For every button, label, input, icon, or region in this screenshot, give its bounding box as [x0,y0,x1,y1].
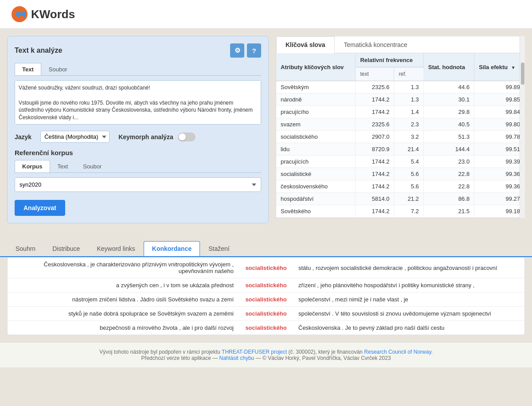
analyze-button[interactable]: Analyzovat [15,200,65,216]
cell-efekt: 99.80 [474,118,524,131]
right-scrollbar[interactable] [520,36,525,218]
footer-link3[interactable]: Nahlásit chybu [219,355,254,361]
concordance-panel: Československa , je charakterizováno pří… [7,257,525,335]
panel-title-buttons: ⚙ ? [230,43,261,58]
cell-ref: 21.4 [394,143,423,156]
conc-right: společenství , mezi nimiž je i naše vlas… [295,296,517,303]
cell-stat: 44.6 [423,81,474,94]
conc-keyword: socialistického [237,296,295,303]
cell-ref: 5.6 [394,180,423,193]
korpus-select[interactable]: syn2020 [15,177,261,192]
cell-stat: 22.8 [423,168,474,180]
keymorph-toggle[interactable] [178,133,196,141]
cell-word: lidu [276,143,356,156]
conc-right: Československa . Je to pevný základ pro … [295,324,517,331]
tab-distribuce[interactable]: Distribuce [44,241,88,256]
tab-soubor[interactable]: Soubor [41,63,75,75]
cell-ref: 3.2 [394,131,423,143]
result-table: Atributy klíčových slov Relativní frekve… [276,53,524,218]
cell-ref: 21.2 [394,193,423,205]
footer-line2: Předchozí verze této aplikace — Nahlásit… [6,355,526,361]
table-row: socialistického 2907.0 3.2 51.3 99.78 [276,131,524,143]
footer-line2-post: — © Václav Horký, Pavel Vondříčka, Václa… [254,355,391,361]
tab-stazeni[interactable]: Stažení [200,241,238,256]
korpus-select-container: syn2020 [15,177,261,192]
cell-ref: 5.6 [394,168,423,180]
tab-text[interactable]: Text [15,63,41,75]
tab-souhrn[interactable]: Souhrn [7,241,44,256]
logo-text: KWords [31,8,75,21]
conc-keyword: socialistického [237,265,295,271]
cell-word: národně [276,94,356,106]
footer-link1[interactable]: THREAT-DEFUSER project [222,349,287,355]
table-row: socialistické 1744.2 5.6 22.8 99.36 [276,168,524,180]
tab-klicova-slova[interactable]: Klíčová slova [276,36,335,53]
cell-ref: 2.3 [394,118,423,131]
panel-title: Text k analýze ⚙ ? [15,43,261,58]
conc-left: bezpečnosti a mírového života , ale i pr… [15,324,237,331]
conc-keyword: socialistického [237,324,295,331]
footer-link2[interactable]: Research Council of Norway [364,349,431,355]
jazyk-select[interactable]: Čeština (Morphodita) [40,131,110,143]
cell-text: 2325.6 [356,118,394,131]
tab-konkordance[interactable]: Konkordance [144,241,200,256]
cell-text: 1744.2 [356,205,394,218]
cell-efekt: 99.89 [474,81,524,94]
cell-efekt: 99.27 [474,193,524,205]
cell-ref: 7.2 [394,205,423,218]
cell-text: 2907.0 [356,131,394,143]
referencni-label: Referenční korpus [15,149,261,156]
logo-icon [11,5,28,23]
gear-button[interactable]: ⚙ [230,43,244,58]
tab-korpus-text[interactable]: Text [50,160,76,172]
conc-right: společenství . V této souvislosti si zno… [295,310,517,317]
cell-stat: 21.5 [423,205,474,218]
cell-word: svazem [276,118,356,131]
tab-tematicka[interactable]: Tematická koncentrace [335,36,417,53]
cell-ref: 1.3 [394,94,423,106]
cell-efekt: 99.84 [474,106,524,118]
footer-line2-pre: Předchozí verze této aplikace — [141,355,219,361]
cell-word: Sovětským [276,81,356,94]
cell-word: pracujících [276,156,356,168]
keymorph-toggle-container: Keymorph analýza [118,133,196,141]
conc-left: styků je naše dobrá spolupráce se Sověts… [15,310,237,317]
left-panel: Text k analýze ⚙ ? Text Soubor Vážené so… [7,36,269,223]
cell-stat: 29.8 [423,106,474,118]
cell-text: 8720.9 [356,143,394,156]
col-word: Atributy klíčových slov [276,53,356,81]
cell-word: hospodářství [276,193,356,205]
help-button[interactable]: ? [247,43,261,58]
col-stat: Stat. hodnota [423,53,474,81]
table-row: hospodářství 5814.0 21.2 86.8 99.27 [276,193,524,205]
table-body: Sovětským 2325.6 1.3 44.6 99.89 národně … [276,81,524,218]
korpus-tab-bar: Korpus Text Soubor [15,160,261,173]
conc-right: státu , rozvojem socialistické demokraci… [295,265,517,271]
tab-korpus[interactable]: Korpus [15,160,50,172]
right-panel-wrapper: Klíčová slova Tematická koncentrace Atri… [276,36,525,218]
jazyk-label: Jazyk [15,133,31,141]
table-row: Sovětským 2325.6 1.3 44.6 99.89 [276,81,524,94]
footer-text3: . [431,349,433,355]
question-icon: ? [252,47,256,55]
cell-text: 5814.0 [356,193,394,205]
cell-stat: 144.4 [423,143,474,156]
table-scroll-container[interactable]: Atributy klíčových slov Relativní frekve… [276,53,524,218]
tab-keyword-links[interactable]: Keyword links [88,241,143,256]
cell-stat: 30.1 [423,94,474,106]
sort-icon: ▼ [511,65,516,70]
cell-word: československého [276,180,356,193]
text-input[interactable]: Vážené soudružky, vážení soudruzi, drazí… [15,81,261,124]
tab-korpus-soubor[interactable]: Soubor [75,160,109,172]
conc-left: nástrojem zničení lidstva . Jádro úsilí … [15,296,237,303]
keymorph-label: Keymorph analýza [118,133,173,141]
text-tab-bar: Text Soubor [15,63,261,76]
cell-ref: 1.4 [394,106,423,118]
logo: KWords [11,5,75,23]
cell-stat: 40.5 [423,118,474,131]
sub-text: text [356,67,394,81]
footer-line1: Vývoj tohoto nástroje byl podpořen v rám… [6,349,526,355]
conc-keyword: socialistického [237,282,295,289]
cell-efekt: 99.36 [474,180,524,193]
cell-ref: 1.3 [394,81,423,94]
